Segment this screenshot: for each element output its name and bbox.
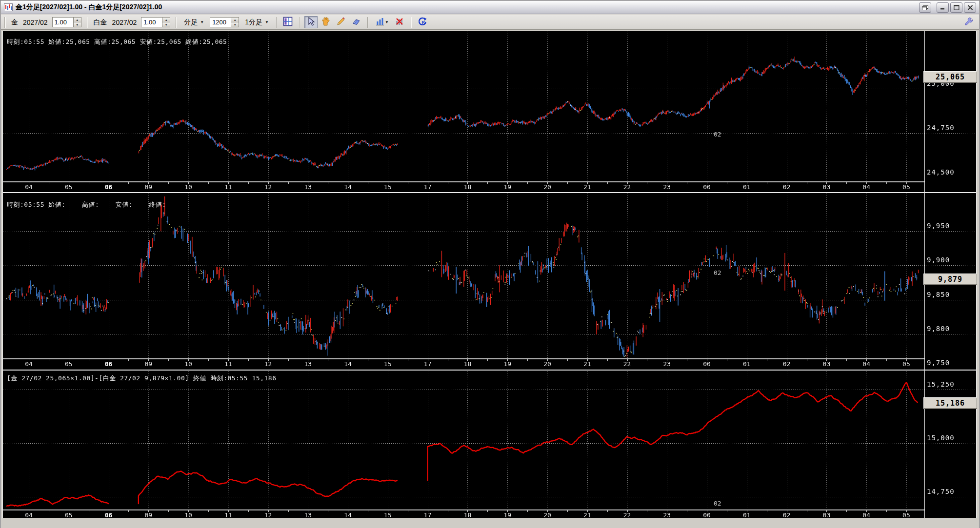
- platinum-ratio-value[interactable]: 1.00: [141, 18, 162, 27]
- gold-chart-panel[interactable]: 時刻:05:55 始値:25,065 高値:25,065 安値:25,065 終…: [2, 31, 977, 193]
- spinner-buttons[interactable]: ▲▼: [231, 18, 239, 27]
- x-axis-label: 18: [460, 360, 475, 368]
- x-axis-label: 18: [460, 511, 475, 519]
- minimize-button[interactable]: [937, 2, 949, 13]
- draw-tool-button[interactable]: [335, 16, 348, 28]
- x-axis-label: 20: [540, 511, 555, 519]
- x-axis-label: 21: [580, 360, 595, 368]
- x-axis-label: 10: [181, 183, 196, 191]
- x-axis-label: 03: [819, 360, 834, 368]
- x-axis-label: 03: [819, 511, 834, 519]
- cursor-tool-button[interactable]: [304, 16, 318, 28]
- cascade-windows-button[interactable]: [919, 2, 931, 13]
- chevron-down-icon: ▼: [265, 20, 269, 24]
- x-axis-label: 14: [340, 360, 355, 368]
- close-button[interactable]: [964, 2, 976, 13]
- indicator-delete-button[interactable]: [393, 16, 406, 28]
- chart-settings-button[interactable]: [281, 16, 295, 28]
- x-axis-label: 23: [660, 511, 674, 519]
- erase-tool-button[interactable]: [350, 16, 363, 28]
- x-axis-label: 22: [620, 360, 635, 368]
- titlebar[interactable]: 金1分足[2027/02]1.00 - 白金1分足[2027/02]1.00: [1, 1, 979, 14]
- interval-type-dropdown[interactable]: 分足 ▼: [180, 16, 208, 29]
- x-axis-label: 06: [101, 183, 116, 191]
- toolbar-grip[interactable]: [4, 17, 6, 28]
- axis-divider: [924, 371, 925, 518]
- platinum-chart-panel[interactable]: 時刻:05:55 始値:--- 高値:--- 安値:--- 終値:--- 9,8…: [2, 193, 977, 370]
- chevron-down-icon: ▼: [385, 20, 389, 24]
- x-axis-label: 11: [221, 183, 236, 191]
- x-axis-label: 13: [300, 183, 315, 191]
- spin-up-icon: ▲: [231, 18, 239, 22]
- platinum-current-price: 9,879: [938, 275, 962, 284]
- pencil-icon: [336, 17, 346, 28]
- x-axis-label: 04: [859, 183, 874, 191]
- x-axis-label: 05: [61, 511, 76, 519]
- bar-count-spinner[interactable]: 1200 ▲▼: [210, 17, 239, 27]
- svg-text:R: R: [422, 20, 425, 25]
- spinner-buttons[interactable]: ▲▼: [162, 18, 170, 27]
- timeframe-dropdown[interactable]: 1分足 ▼: [241, 16, 273, 29]
- chevron-down-icon: ▼: [200, 20, 204, 24]
- y-axis-label: 9,750: [927, 359, 976, 367]
- spread-chart-canvas[interactable]: [3, 371, 976, 518]
- reload-icon: R: [418, 17, 427, 28]
- toolbar: 金 2027/02 1.00 ▲▼ 白金 2027/02 1.00 ▲▼ 分足 …: [1, 15, 979, 30]
- x-axis-label: 15: [380, 183, 395, 191]
- x-axis-label: 01: [740, 183, 754, 191]
- x-axis-label: 23: [660, 360, 674, 368]
- eraser-icon: [351, 17, 361, 28]
- gold-ratio-spinner[interactable]: 1.00 ▲▼: [52, 17, 81, 27]
- x-axis-label: 10: [181, 360, 196, 368]
- gold-ratio-value[interactable]: 1.00: [53, 18, 73, 27]
- y-axis-label: 15,250: [927, 380, 976, 388]
- toolbar-separator: [87, 17, 88, 28]
- x-axis-label: 04: [21, 183, 36, 191]
- platinum-chart-canvas[interactable]: [3, 193, 976, 370]
- toolbar-separator: [299, 17, 300, 28]
- x-axis-label: 09: [141, 360, 156, 368]
- platinum-ratio-spinner[interactable]: 1.00 ▲▼: [141, 17, 170, 27]
- x-axis-label: 03: [819, 183, 834, 191]
- bar-count-value[interactable]: 1200: [210, 18, 231, 27]
- indicator-delete-icon: [395, 17, 404, 28]
- x-axis-label: 00: [700, 183, 714, 191]
- x-axis-label: 00: [700, 360, 714, 368]
- spinner-buttons[interactable]: ▲▼: [73, 18, 81, 27]
- toolbar-separator: [176, 17, 177, 28]
- x-axis-label: 06: [101, 360, 116, 368]
- date-label: 02: [714, 269, 721, 276]
- gold-month-label: 2027/02: [23, 19, 48, 26]
- pan-tool-button[interactable]: [320, 16, 333, 28]
- spin-down-icon: ▼: [231, 22, 239, 27]
- x-axis-label: 04: [859, 360, 874, 368]
- x-axis-label: 01: [740, 511, 754, 519]
- indicator-add-button[interactable]: ▼: [373, 16, 391, 28]
- x-axis-label: 11: [221, 511, 236, 519]
- y-axis-label: 24,500: [927, 168, 976, 176]
- maximize-button[interactable]: [950, 2, 962, 13]
- x-axis-label: 12: [261, 360, 276, 368]
- gold-label: 金: [11, 18, 18, 27]
- date-label: 02: [714, 500, 721, 507]
- chart-settings-icon: [282, 16, 293, 28]
- spread-chart-panel[interactable]: [金 27/02 25,065×1.00]-[白金 27/02 9,879×1.…: [2, 370, 977, 518]
- spin-up-icon: ▲: [162, 18, 170, 22]
- x-axis-label: 18: [460, 183, 475, 191]
- platinum-ohlc-readout: 時刻:05:55 始値:--- 高値:--- 安値:--- 終値:---: [7, 200, 179, 209]
- spin-down-icon: ▼: [162, 22, 170, 27]
- window-title: 金1分足[2027/02]1.00 - 白金1分足[2027/02]1.00: [16, 3, 162, 12]
- gold-chart-canvas[interactable]: [3, 31, 976, 192]
- x-axis-label: 17: [420, 360, 435, 368]
- reload-button[interactable]: R: [416, 16, 429, 28]
- x-axis-label: 13: [300, 360, 315, 368]
- y-axis-label: 9,900: [927, 256, 976, 264]
- spread-readout: [金 27/02 25,065×1.00]-[白金 27/02 9,879×1.…: [7, 374, 276, 383]
- x-axis-label: 17: [420, 511, 435, 519]
- x-axis-label: 05: [899, 511, 914, 519]
- x-axis-label: 10: [181, 511, 196, 519]
- app-icon candlestick-chart-icon: [4, 3, 13, 11]
- x-axis-label: 19: [500, 511, 515, 519]
- x-axis-label: 02: [780, 183, 794, 191]
- settings-wrench-button[interactable]: [962, 16, 975, 28]
